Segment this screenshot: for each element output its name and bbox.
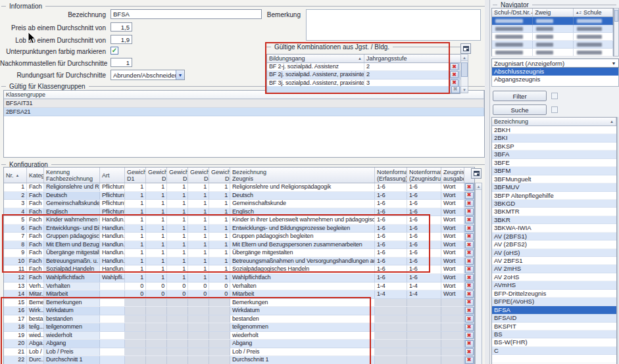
delete-row-button[interactable]: ✖: [464, 323, 474, 331]
delete-row-button[interactable]: ✖: [464, 348, 474, 356]
nachkommastellen-input[interactable]: [111, 58, 132, 67]
bezeichnung-list-item[interactable]: 2BKI: [492, 134, 616, 142]
column-header-nr[interactable]: Nr.▲: [4, 168, 27, 183]
delete-row-button[interactable]: ✖: [464, 299, 474, 307]
bezeichnung-list-item[interactable]: 3BFE: [492, 159, 616, 167]
unterpunktungen-checkbox[interactable]: ✓: [111, 47, 118, 55]
bezeichnung-list-item[interactable]: AV 2oHS: [492, 273, 616, 281]
bezeichnung-list-item[interactable]: 2BKH: [492, 126, 616, 134]
bezeichnung-list-item[interactable]: BFSAID: [492, 314, 616, 322]
konfiguration-row[interactable]: 10 Fach Betreuungsmaßn. u. ... Handlun..…: [4, 258, 474, 266]
chevron-down-icon[interactable]: ▼: [176, 70, 184, 80]
konfiguration-row[interactable]: 4 Fach Englisch Pflichtunt 1 1 1 1 1 Eng…: [4, 208, 474, 217]
bemerkung-textarea[interactable]: [306, 9, 481, 41]
column-header-kategorie[interactable]: Kateg...: [27, 168, 44, 183]
klassengruppe-row[interactable]: BFSAIT31: [4, 99, 484, 108]
delete-row-button[interactable]: ✖: [464, 356, 474, 364]
bezeichnung-list-item[interactable]: BFSA: [492, 306, 616, 314]
konfiguration-row[interactable]: 18 teilg... teilgenommen teilgenommen ✖: [4, 323, 474, 332]
delete-row-button[interactable]: ✖: [464, 307, 474, 315]
bezeichnung-list-item[interactable]: BS-W(FHR): [492, 338, 616, 346]
konfiguration-row[interactable]: 19 wied... wiederholt wiederholt ✖: [4, 332, 474, 340]
kombination-row[interactable]: BF 2-j. sozialpäd. Assistenz 2 ✖: [267, 63, 460, 71]
konfiguration-row[interactable]: 22 Durc... Durchschnitt 1 Durchschnitt 1…: [4, 356, 474, 364]
delete-row-button[interactable]: ✖: [464, 274, 474, 282]
customize-columns-button[interactable]: [471, 168, 482, 179]
school-row-redacted[interactable]: [492, 41, 613, 49]
konfiguration-row[interactable]: 21 Lob / ... Lob / Preis Lob / Preis ✖: [4, 348, 474, 357]
column-header-gewicht-d5[interactable]: Gewicht D5: [209, 168, 230, 183]
bezeichnung-list-item[interactable]: AV (oHS): [492, 249, 616, 257]
school-row-redacted[interactable]: [492, 49, 613, 57]
bezeichnung-list-item[interactable]: 3BKGD: [492, 200, 616, 208]
bezeichnung-list-item[interactable]: 2BKSP: [492, 143, 616, 150]
filter-button[interactable]: Filter: [493, 91, 547, 101]
scroll-up-icon[interactable]: ▲: [476, 183, 482, 190]
konfiguration-row[interactable]: 5 Fach Kinder wahrnehmen u... Handlun...…: [4, 216, 474, 225]
konfiguration-row[interactable]: 7 Fach Gruppen pädagogisch... Handlun...…: [4, 233, 474, 241]
konfiguration-row[interactable]: 11 Fach Sozialpäd.Handeln Handlun... 1 1…: [4, 265, 474, 274]
filter-checkbox[interactable]: [551, 93, 558, 99]
delete-row-button[interactable]: ✖: [464, 200, 474, 208]
delete-row-button[interactable]: ✖: [464, 233, 474, 240]
bezeichnung-list-item[interactable]: 3BFP Altenpflegehilfe: [492, 192, 616, 200]
konfiguration-row[interactable]: 12 Fach Wahlpflichtfach Wahlpfli... 1 1 …: [4, 274, 474, 283]
column-header-notenformat-zeugnisdruck[interactable]: Notenformat (Zeugnisdruck): [407, 168, 441, 183]
konfiguration-row[interactable]: 6 Fach Entwicklungs- und Bil... Handlun.…: [4, 225, 474, 233]
column-header-zeugnisausgabe[interactable]: Zeugnis- ausgabe: [441, 168, 464, 183]
suche-button[interactable]: Suche: [493, 104, 547, 115]
scroll-down-icon[interactable]: ▼: [461, 86, 468, 93]
bezeichnung-list-item[interactable]: [492, 355, 616, 363]
bezeichnung-list-item[interactable]: 3BFM: [492, 167, 616, 175]
delete-row-button[interactable]: ✖: [464, 225, 474, 233]
scroll-up-icon[interactable]: ▲: [461, 55, 468, 61]
bezeichnung-list-item[interactable]: AV (2BFS2): [492, 240, 616, 248]
konfiguration-row[interactable]: 16 Wirk... Wirkdatum Wirkdatum ✖: [4, 307, 474, 315]
bezeichnung-list-item[interactable]: BFPE(AVoHS): [492, 298, 616, 306]
klassengruppe-row[interactable]: 2BFSA21: [4, 108, 484, 116]
column-header-bezeichnung[interactable]: Bezeichnung▲: [492, 118, 616, 125]
bezeichnung-list-item[interactable]: AVmHS: [492, 281, 616, 289]
column-header-bildungsgang[interactable]: Bildungsgang▲: [267, 55, 364, 62]
konfiguration-row[interactable]: 8 Fach Mit Eltern und Bezugs... Handlun.…: [4, 241, 474, 250]
delete-row-button[interactable]: ✖: [464, 216, 474, 224]
delete-row-button[interactable]: ✖: [464, 283, 474, 290]
column-header-zweig[interactable]: Zweig: [533, 9, 573, 16]
column-header-gewicht-d3[interactable]: Gewicht D3: [167, 168, 188, 183]
scroll-thumb[interactable]: [461, 62, 468, 77]
konfiguration-row[interactable]: 9 Fach Übergänge mitgestalt... Handlun..…: [4, 249, 474, 258]
bezeichnung-list-item[interactable]: 3BFA: [492, 150, 616, 158]
column-header-notenformat-erfassung[interactable]: Notenformat (Erfassung): [375, 168, 407, 183]
column-header-schule[interactable]: ▲2Schule: [574, 9, 613, 16]
column-header-kennung[interactable]: Kennung Fachbezeichnung: [44, 168, 100, 183]
delete-row-button[interactable]: ✖: [464, 208, 474, 216]
school-row-redacted[interactable]: [492, 33, 613, 41]
delete-row-button[interactable]: ✖: [464, 290, 474, 298]
kombination-row[interactable]: BF 2j. sozialpäd. Assistenz, praxisinteg…: [267, 71, 460, 79]
delete-row-button[interactable]: ✖: [464, 258, 474, 265]
konfiguration-row[interactable]: 13 Verh... Verhalten 0 0 0 0 0 Verhalten…: [4, 283, 474, 291]
delete-row-button[interactable]: ✖: [464, 249, 474, 257]
delete-row-button[interactable]: ✖: [449, 71, 460, 78]
bezeichnung-list-item[interactable]: 3BKR: [492, 216, 616, 224]
kombination-empty-row[interactable]: [266, 86, 450, 93]
zeugnisart-select[interactable]: Zeugnisart (Anzeigeform) ▼: [491, 58, 619, 68]
column-header-bezeichnung-zeugnis[interactable]: Bezeichnung Zeugnis: [230, 168, 375, 183]
school-row-redacted[interactable]: [492, 25, 613, 33]
bezeichnung-list-item[interactable]: AV 2BFS1: [492, 257, 616, 265]
konfiguration-row[interactable]: 17 besta... bestanden bestanden ✖: [4, 315, 474, 324]
preis-input[interactable]: [111, 22, 132, 32]
bezeichnung-list-item[interactable]: AV (2BFS1): [492, 233, 616, 240]
column-header-art[interactable]: Art: [100, 168, 125, 183]
delete-row-button[interactable]: ✖: [464, 192, 474, 200]
bezeichnung-list-item[interactable]: BS: [492, 330, 616, 338]
bezeichnung-list-item[interactable]: 3BKWA-IWIA: [492, 224, 616, 232]
konfiguration-row[interactable]: 3 Fach Gemeinschaftskunde Pflichtunt 1 1…: [4, 200, 474, 208]
lob-input[interactable]: [111, 35, 132, 44]
delete-row-button[interactable]: ✖: [449, 63, 460, 70]
bezeichnung-list-item[interactable]: 3BFMunguelt: [492, 175, 616, 183]
bezeichnung-list-item[interactable]: 3BFMUV: [492, 183, 616, 191]
konfiguration-row[interactable]: 2 Fach Deutsch Pflichtunt 1 1 1 1 1 Deut…: [4, 192, 474, 200]
delete-row-button[interactable]: ✖: [464, 265, 474, 273]
rundungsart-select[interactable]: Abrunden/Abschneiden ▼: [111, 70, 185, 80]
